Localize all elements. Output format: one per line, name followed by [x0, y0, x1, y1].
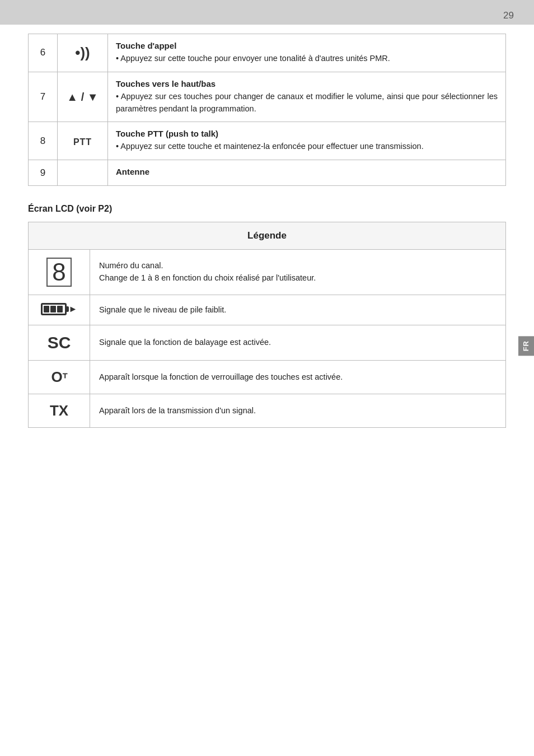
lcd-icon: SC — [29, 325, 90, 361]
row-number: 8 — [29, 122, 58, 160]
lcd-description: Numéro du canal.Change de 1 à 8 en fonct… — [90, 250, 506, 295]
row-description: Touche PTT (push to talk)• Appuyez sur c… — [108, 122, 506, 160]
page-number: 29 — [503, 10, 514, 21]
lcd-description: Apparaît lors de la transmission d'un si… — [90, 394, 506, 428]
row-number: 6 — [29, 34, 58, 72]
row-description: Antenne — [108, 160, 506, 186]
row-number: 9 — [29, 160, 58, 186]
row-icon: •)) — [58, 34, 108, 72]
lcd-table: Légende8Numéro du canal.Change de 1 à 8 … — [28, 222, 506, 428]
row-icon: PTT — [58, 122, 108, 160]
lcd-icon: TX — [29, 394, 90, 428]
top-bar — [0, 0, 534, 25]
lcd-description: Apparaît lorsque la fonction de verrouil… — [90, 361, 506, 394]
lcd-icon: ► — [29, 295, 90, 325]
row-number: 7 — [29, 72, 58, 122]
fr-tab: FR — [518, 336, 534, 356]
row-description: Touche d'appel• Appuyez sur cette touche… — [108, 34, 506, 72]
lcd-icon: Oᵀ — [29, 361, 90, 394]
main-content: 6•))Touche d'appel• Appuyez sur cette to… — [28, 34, 506, 428]
lcd-description: Signale que le niveau de pile faiblit. — [90, 295, 506, 325]
lcd-icon: 8 — [29, 250, 90, 295]
row-icon — [58, 160, 108, 186]
feature-table: 6•))Touche d'appel• Appuyez sur cette to… — [28, 34, 506, 186]
section-title: Écran LCD (voir P2) — [28, 204, 506, 214]
lcd-description: Signale que la fonction de balayage est … — [90, 325, 506, 361]
row-icon: ▲ / ▼ — [58, 72, 108, 122]
lcd-header: Légende — [29, 222, 506, 250]
row-description: Touches vers le haut/bas• Appuyez sur ce… — [108, 72, 506, 122]
